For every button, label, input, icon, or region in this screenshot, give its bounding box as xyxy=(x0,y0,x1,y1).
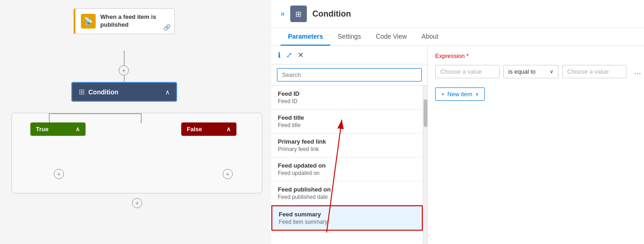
branch-line-v-left xyxy=(49,113,50,123)
list-item-selected[interactable]: Feed summary Feed item summary xyxy=(271,205,423,231)
add-false-step-button[interactable]: + xyxy=(223,169,233,179)
branch-line-v-right xyxy=(141,113,142,123)
branch-container: True ∧ False ∧ + + xyxy=(12,113,262,193)
new-item-chevron: ∨ xyxy=(475,91,479,97)
feed-item-name: Feed published on xyxy=(278,186,416,193)
flow-panel: 📡 When a feed item is published 🔗 + ⊞ Co… xyxy=(0,0,271,244)
condition-row: Choose a value is equal to ∨ Choose a va… xyxy=(435,65,644,78)
list-item[interactable]: Primary feed link Primary feed link xyxy=(271,134,423,157)
condition-chevron: ∧ xyxy=(165,88,170,96)
connector-1 xyxy=(124,51,125,65)
feed-item-name: Feed ID xyxy=(278,90,416,97)
new-item-label: New item xyxy=(448,91,472,98)
search-input[interactable] xyxy=(277,68,422,81)
tab-parameters[interactable]: Parameters xyxy=(281,28,330,46)
tab-about[interactable]: About xyxy=(414,28,446,46)
panel-content: ℹ ⤢ ✕ Feed ID Feed ID Feed title xyxy=(271,46,644,244)
new-item-plus-icon: + xyxy=(441,91,445,98)
branch-line-h xyxy=(49,113,141,114)
trigger-label: When a feed item is published xyxy=(100,13,169,29)
trigger-icon: 📡 xyxy=(81,14,96,29)
more-options-button[interactable]: … xyxy=(630,66,644,78)
new-item-button[interactable]: + New item ∨ xyxy=(435,87,485,101)
panel-header-icon: ⊞ xyxy=(290,6,307,22)
close-icon[interactable]: ✕ xyxy=(298,51,304,59)
condition-icon: ⊞ xyxy=(79,87,85,96)
feed-item-desc: Feed ID xyxy=(278,98,416,105)
link-icon: 🔗 xyxy=(163,24,171,31)
expand-view-icon[interactable]: ⤢ xyxy=(286,51,292,59)
feed-item-name: Feed updated on xyxy=(278,162,416,169)
tab-code-view[interactable]: Code View xyxy=(368,28,414,46)
true-node[interactable]: True ∧ xyxy=(30,122,86,136)
false-node[interactable]: False ∧ xyxy=(181,122,236,136)
feed-item-name: Feed title xyxy=(278,114,416,121)
feed-item-desc: Feed title xyxy=(278,122,416,128)
dropdown-header: ℹ ⤢ ✕ xyxy=(271,46,427,64)
panel-header: » ⊞ Condition xyxy=(271,0,644,28)
list-item[interactable]: Feed title Feed title xyxy=(271,110,423,134)
choose-value-right[interactable]: Choose a value xyxy=(562,65,627,78)
panel-title: Condition xyxy=(312,9,351,19)
info-icon[interactable]: ℹ xyxy=(278,51,281,59)
scrollbar-track[interactable] xyxy=(423,86,427,244)
operator-select[interactable]: is equal to ∨ xyxy=(503,65,558,78)
panel-tabs: Parameters Settings Code View About xyxy=(271,28,644,46)
add-step-button-1[interactable]: + xyxy=(119,65,129,76)
true-chevron: ∧ xyxy=(75,126,80,133)
choose-value-left[interactable]: Choose a value xyxy=(435,65,500,78)
false-chevron: ∧ xyxy=(226,126,231,133)
expand-icon[interactable]: » xyxy=(281,10,285,18)
condition-node[interactable]: ⊞ Condition ∧ xyxy=(71,82,177,102)
list-item[interactable]: Feed ID Feed ID xyxy=(271,86,423,110)
condition-editor: Expression * Choose a value is equal to … xyxy=(428,46,644,244)
dropdown-panel: ℹ ⤢ ✕ Feed ID Feed ID Feed title xyxy=(271,46,428,244)
feed-item-name: Primary feed link xyxy=(278,138,416,145)
tab-settings[interactable]: Settings xyxy=(330,28,368,46)
operator-chevron: ∨ xyxy=(550,69,553,75)
feed-item-desc: Feed published date xyxy=(278,194,416,200)
add-step-button-bottom[interactable]: + xyxy=(132,198,142,208)
search-box xyxy=(271,64,427,86)
feed-list: Feed ID Feed ID Feed title Feed title Pr… xyxy=(271,86,423,244)
list-item[interactable]: Feed updated on Feed updated on xyxy=(271,157,423,181)
list-item[interactable]: Feed published on Feed published date xyxy=(271,181,423,205)
trigger-node[interactable]: 📡 When a feed item is published 🔗 xyxy=(74,8,175,34)
feed-item-name: Feed summary xyxy=(279,211,415,218)
feed-item-desc: Feed updated on xyxy=(278,170,416,176)
condition-inner: ⊞ Condition xyxy=(79,87,118,96)
true-label: True xyxy=(36,126,48,133)
false-label: False xyxy=(187,126,202,133)
dropdown-icons: ℹ ⤢ ✕ xyxy=(278,51,304,59)
scrollbar-thumb[interactable] xyxy=(424,99,427,127)
condition-label: Condition xyxy=(88,88,118,96)
feed-item-desc: Primary feed link xyxy=(278,146,416,152)
feed-item-desc: Feed item summary xyxy=(279,219,415,225)
operator-label: is equal to xyxy=(508,68,535,75)
add-true-step-button[interactable]: + xyxy=(54,169,64,179)
expression-label: Expression * xyxy=(435,52,644,59)
condition-panel: » ⊞ Condition Parameters Settings Code V… xyxy=(271,0,644,244)
